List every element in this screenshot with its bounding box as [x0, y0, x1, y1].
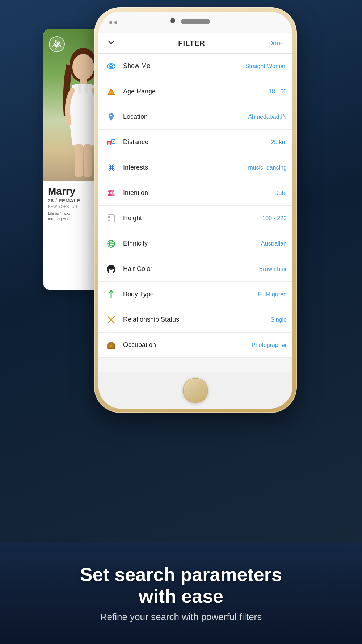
- filter-icon-show-me: [104, 59, 118, 73]
- filter-value-interests: music, dancing: [248, 164, 287, 171]
- filter-item-body-type[interactable]: Body Type Full-figured: [98, 282, 292, 307]
- speaker-hole: [181, 19, 210, 24]
- filter-item-distance[interactable]: Distance 25 km: [98, 130, 292, 155]
- filter-value-show-me: Straight Women: [245, 63, 287, 70]
- filter-item-location[interactable]: Location Ahmedabad,IN: [98, 104, 292, 130]
- svg-rect-31: [108, 215, 114, 222]
- bottom-subtitle: Refine your search with powerful filters: [100, 611, 262, 623]
- filter-value-body-type: Full-figured: [258, 291, 287, 298]
- filter-label-body-type: Body Type: [123, 290, 258, 298]
- filter-item-hair-color[interactable]: Hair Color Brown hair: [98, 256, 292, 282]
- svg-point-26: [108, 142, 110, 144]
- filter-icon-location: [104, 110, 118, 124]
- filter-label-hair-color: Hair Color: [123, 265, 259, 273]
- filter-label-relationship-status: Relationship Status: [123, 316, 271, 323]
- status-dots: [109, 21, 117, 24]
- svg-text:⌘: ⌘: [108, 163, 115, 172]
- filter-header: FILTER Done: [98, 33, 292, 54]
- svg-rect-3: [78, 84, 81, 93]
- status-dot-2: [114, 21, 117, 24]
- filter-label-height: Height: [123, 214, 262, 222]
- svg-point-29: [108, 190, 111, 193]
- filter-value-height: 100 - 222: [262, 215, 287, 222]
- filter-icon-ethnicity: [104, 237, 118, 251]
- filter-icon-distance: [104, 135, 118, 149]
- filter-label-occupation: Occupation: [123, 341, 252, 349]
- filter-label-ethnicity: Ethnicity: [123, 240, 261, 247]
- svg-point-23: [110, 114, 112, 116]
- filter-value-age-range: 18 - 60: [269, 88, 287, 95]
- filter-item-relationship-status[interactable]: Relationship Status Single: [98, 307, 292, 333]
- filter-item-show-me[interactable]: Show Me Straight Women: [98, 54, 292, 79]
- svg-point-30: [111, 190, 114, 193]
- iphone-inner: FILTER Done Show Me Straight Women Age R…: [98, 12, 292, 409]
- screen-content: FILTER Done Show Me Straight Women Age R…: [98, 33, 292, 372]
- svg-rect-49: [110, 345, 112, 347]
- filter-icon-occupation: [104, 338, 118, 352]
- filter-value-relationship-status: Single: [271, 317, 287, 323]
- filter-label-show-me: Show Me: [123, 62, 245, 70]
- svg-point-39: [108, 265, 114, 270]
- filter-icon-age-range: [104, 85, 118, 99]
- filter-item-age-range[interactable]: Age Range 18 - 60: [98, 79, 292, 104]
- svg-rect-6: [84, 144, 92, 177]
- home-button[interactable]: [183, 378, 208, 403]
- filter-icon-hair-color: [104, 262, 118, 276]
- phone-wrapper: Marry 28 / FEMALE NEW YORK, US Life isn'…: [65, 7, 297, 413]
- filter-value-hair-color: Brown hair: [259, 266, 287, 272]
- camera-dot: [170, 18, 175, 23]
- filter-label-intention: Intention: [123, 189, 274, 197]
- filter-item-ethnicity[interactable]: Ethnicity Australian: [98, 231, 292, 256]
- filter-list: Show Me Straight Women Age Range 18 - 60…: [98, 54, 292, 358]
- svg-point-20: [110, 65, 112, 67]
- filter-value-occupation: Photographer: [252, 342, 287, 348]
- profile-settings-icon[interactable]: [49, 36, 65, 52]
- filter-item-occupation[interactable]: Occupation Photographer: [98, 333, 292, 358]
- filter-value-distance: 25 km: [271, 139, 287, 146]
- filter-item-intention[interactable]: Intention Date: [98, 180, 292, 206]
- filter-done-button[interactable]: Done: [268, 39, 284, 47]
- svg-point-9: [55, 47, 56, 48]
- filter-icon-body-type: [104, 288, 118, 301]
- home-button-area: [98, 372, 292, 409]
- filter-title: FILTER: [178, 39, 205, 47]
- iphone-frame: FILTER Done Show Me Straight Women Age R…: [94, 7, 297, 413]
- filter-label-interests: Interests: [123, 164, 248, 171]
- filter-label-location: Location: [123, 113, 248, 121]
- svg-rect-5: [75, 144, 83, 177]
- filter-label-age-range: Age Range: [123, 88, 269, 95]
- svg-point-27: [113, 141, 114, 142]
- filter-item-height[interactable]: Height 100 - 222: [98, 206, 292, 231]
- filter-value-ethnicity: Australian: [261, 241, 287, 247]
- filter-icon-relationship-status: [104, 313, 118, 327]
- filter-label-distance: Distance: [123, 138, 271, 146]
- bottom-title: Set search parameters with ease: [80, 564, 282, 607]
- filter-item-interests[interactable]: ⌘ Interests music, dancing: [98, 155, 292, 180]
- status-dot-1: [109, 21, 112, 24]
- filter-back-button[interactable]: [107, 38, 115, 49]
- bottom-section: Set search parameters with ease Refine y…: [0, 543, 362, 644]
- svg-point-8: [55, 40, 56, 42]
- filter-value-intention: Date: [274, 190, 287, 196]
- filter-value-location: Ahmedabad,IN: [248, 114, 287, 120]
- filter-icon-interests: ⌘: [104, 161, 118, 175]
- svg-point-1: [72, 54, 94, 80]
- filter-icon-height: [104, 212, 118, 225]
- status-bar: [98, 12, 292, 33]
- filter-icon-intention: [104, 186, 118, 200]
- svg-rect-4: [85, 84, 88, 93]
